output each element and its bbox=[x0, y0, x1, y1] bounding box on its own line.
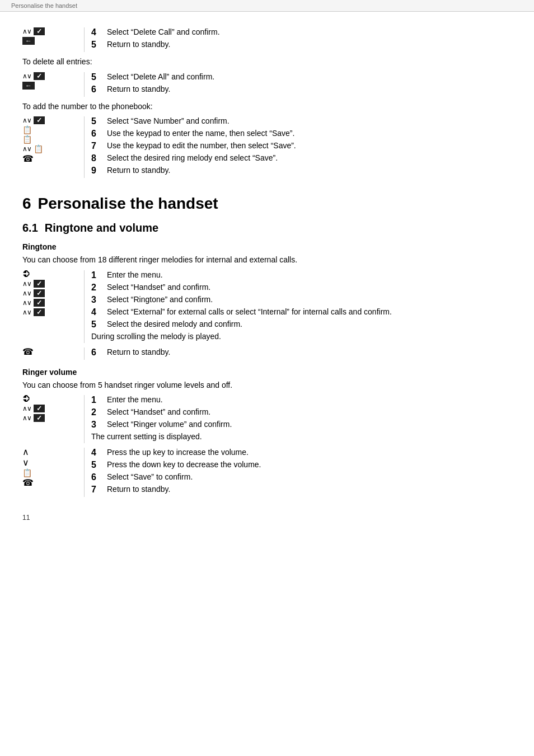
ringtone-step6-right: 6 Return to standby. bbox=[84, 348, 512, 360]
icon-row-menu-rv: ⮊ bbox=[22, 395, 30, 403]
ringer-volume-steps2: ∧ ∨ 📋 ☎ 4 Press the up key to increase t… bbox=[22, 448, 512, 497]
ringtone-icons: ⮊ ∧∨ ✓ ∧∨ ✓ ∧∨ ✓ ∧∨ ✓ bbox=[22, 270, 84, 343]
step-4-delete-call: 4 Select “Delete Call” and confirm. bbox=[91, 27, 512, 37]
step-5-delete-all: 5 Select “Delete All” and confirm. bbox=[91, 72, 512, 82]
memo-icon-3: 📋 bbox=[34, 145, 43, 153]
confirm-icon-r2: ✓ bbox=[34, 280, 45, 288]
updown-icon-r2: ∧∨ bbox=[22, 280, 31, 287]
menu-icon: ⮊ bbox=[22, 270, 30, 278]
icon-row-updown-confirm-r2: ∧∨ ✓ bbox=[22, 280, 45, 288]
page-header: Personalise the handset bbox=[0, 0, 534, 12]
step-8-phonebook: 8 Select the desired ring melody end sel… bbox=[91, 153, 512, 163]
icon-row-up: ∧ bbox=[22, 448, 29, 457]
ringer-volume-steps: ⮊ ∧∨ ✓ ∧∨ ✓ 1 Enter the menu. 2 Se bbox=[22, 395, 512, 443]
rv-step-3: 3 Select “Ringer volume” and confirm. bbox=[91, 420, 512, 430]
confirm-icon-r4: ✓ bbox=[34, 299, 45, 307]
ringtone-step-2: 2 Select “Handset” and confirm. bbox=[91, 283, 512, 293]
add-phonebook-icons: ∧∨ ✓ 📋 📋 ∧∨ 📋 ☎ bbox=[22, 116, 84, 178]
confirm-icon-r3: ✓ bbox=[34, 289, 45, 297]
page-number: 11 bbox=[22, 514, 512, 522]
ringer-volume-steps2-right: 4 Press the up key to increase the volum… bbox=[84, 448, 512, 497]
page-content: ∧∨ ✓ ← 4 Select “Delete Call” and confir… bbox=[0, 12, 534, 544]
updown-icon-r5: ∧∨ bbox=[22, 309, 31, 316]
section-num: 6.1 bbox=[22, 222, 38, 234]
rv-step-4: 4 Press the up key to increase the volum… bbox=[91, 448, 512, 458]
step-6-phonebook: 6 Use the keypad to enter the name, then… bbox=[91, 129, 512, 139]
ringtone-phone-icon-cell: ☎ bbox=[22, 348, 84, 360]
delete-call-icons-1: ∧∨ ✓ ← bbox=[22, 27, 84, 52]
memo-icon-rv: 📋 bbox=[22, 469, 32, 477]
up-icon: ∧ bbox=[22, 448, 29, 457]
prev-section: ∧∨ ✓ ← 4 Select “Delete Call” and confir… bbox=[22, 27, 512, 178]
label-add-phonebook: To add the number to the phonebook: bbox=[22, 101, 512, 112]
ringtone-steps: ⮊ ∧∨ ✓ ∧∨ ✓ ∧∨ ✓ ∧∨ ✓ bbox=[22, 270, 512, 343]
icon-row-memo-1: 📋 bbox=[22, 126, 32, 134]
updown-icon-3: ∧∨ bbox=[22, 117, 31, 124]
icon-row-back-1: ← bbox=[22, 37, 35, 45]
section-title: Ringtone and volume bbox=[45, 222, 158, 234]
ringtone-section: Ringtone You can choose from 18 differen… bbox=[22, 242, 512, 360]
rv-step-6: 6 Select “Save” to confirm. bbox=[91, 472, 512, 482]
back-icon-2: ← bbox=[22, 82, 35, 90]
rv-step-7: 7 Return to standby. bbox=[91, 485, 512, 495]
icon-row-memo-rv: 📋 bbox=[22, 469, 32, 477]
step-5-phonebook: 5 Select “Save Number” and confirm. bbox=[91, 116, 512, 126]
back-icon-1: ← bbox=[22, 37, 35, 45]
rv-step-5: 5 Press the down key to decrease the vol… bbox=[91, 460, 512, 470]
ringer-volume-intro: You can choose from 5 handset ringer vol… bbox=[22, 380, 512, 391]
updown-icon-4: ∧∨ bbox=[22, 145, 31, 152]
ringtone-intro: You can choose from 18 different ringer … bbox=[22, 255, 512, 266]
icon-row-updown-confirm-3: ∧∨ ✓ bbox=[22, 116, 45, 124]
memo-icon-1: 📋 bbox=[22, 126, 32, 134]
scrolling-note: During scrolling the melody is played. bbox=[91, 332, 512, 341]
updown-icon-r4: ∧∨ bbox=[22, 299, 31, 306]
ringtone-heading: Ringtone bbox=[22, 242, 512, 251]
ringtone-step-4: 4 Select “External” for external calls o… bbox=[91, 307, 512, 317]
phone-icon-rt: ☎ bbox=[22, 348, 34, 356]
phone-icon-1: ☎ bbox=[22, 154, 34, 163]
section-6-1-heading: 6.1Ringtone and volume bbox=[22, 222, 512, 234]
memo-icon-2: 📋 bbox=[22, 135, 32, 143]
ringer-volume-steps-right: 1 Enter the menu. 2 Select “Handset” and… bbox=[84, 395, 512, 443]
ringer-volume-icons: ⮊ ∧∨ ✓ ∧∨ ✓ bbox=[22, 395, 84, 443]
ringtone-step-6: 6 Return to standby. bbox=[91, 348, 512, 358]
icon-row-back-2: ← bbox=[22, 82, 35, 90]
step-9-phonebook: 9 Return to standby. bbox=[91, 166, 512, 176]
confirm-icon-2: ✓ bbox=[34, 72, 45, 80]
confirm-icon-r5: ✓ bbox=[34, 308, 45, 316]
icon-row-memo-2: 📋 bbox=[22, 135, 32, 143]
chapter-title: Personalise the handset bbox=[38, 195, 218, 212]
header-text: Personalise the handset bbox=[11, 2, 77, 9]
ringer-volume-section: Ringer volume You can choose from 5 hand… bbox=[22, 368, 512, 497]
ringtone-step-3: 3 Select “Ringtone” and confirm. bbox=[91, 295, 512, 305]
chapter-6-heading: 6Personalise the handset bbox=[22, 195, 512, 213]
ringtone-step-1: 1 Enter the menu. bbox=[91, 270, 512, 280]
icon-row-down: ∨ bbox=[22, 458, 29, 467]
icon-row-updown-confirm-2: ∧∨ ✓ bbox=[22, 72, 45, 80]
menu-icon-rv: ⮊ bbox=[22, 395, 30, 403]
step-6-delete-all: 6 Return to standby. bbox=[91, 84, 512, 95]
label-delete-all: To delete all entries: bbox=[22, 57, 512, 68]
confirm-icon-rv3: ✓ bbox=[34, 414, 45, 422]
step-7-phonebook: 7 Use the keypad to edit the number, the… bbox=[91, 141, 512, 151]
updown-icon-r3: ∧∨ bbox=[22, 290, 31, 297]
delete-all-icons: ∧∨ ✓ ← bbox=[22, 72, 84, 97]
icon-row-updown-confirm-r3: ∧∨ ✓ bbox=[22, 289, 45, 297]
rv-step-2: 2 Select “Handset” and confirm. bbox=[91, 407, 512, 417]
confirm-icon-rv2: ✓ bbox=[34, 405, 45, 412]
icon-row-phone-1: ☎ bbox=[22, 154, 34, 163]
ringer-volume-heading: Ringer volume bbox=[22, 368, 512, 377]
icon-row-updown-memo: ∧∨ 📋 bbox=[22, 145, 43, 153]
icon-row-updown-confirm-1: ∧∨ ✓ bbox=[22, 27, 45, 35]
confirm-icon-1: ✓ bbox=[34, 27, 45, 35]
add-phonebook-steps: ∧∨ ✓ 📋 📋 ∧∨ 📋 ☎ 5 bbox=[22, 116, 512, 178]
updown-icon-1: ∧∨ bbox=[22, 28, 31, 35]
icon-row-phone-rv: ☎ bbox=[22, 478, 34, 487]
ringtone-steps-right: 1 Enter the menu. 2 Select “Handset” and… bbox=[84, 270, 512, 343]
phone-icon-rv: ☎ bbox=[22, 478, 34, 487]
down-icon: ∨ bbox=[22, 458, 29, 467]
step-5-delete-call: 5 Return to standby. bbox=[91, 40, 512, 50]
updown-icon-2: ∧∨ bbox=[22, 73, 31, 79]
icon-row-updown-confirm-r4: ∧∨ ✓ bbox=[22, 299, 45, 307]
delete-call-steps: ∧∨ ✓ ← 4 Select “Delete Call” and confir… bbox=[22, 27, 512, 52]
